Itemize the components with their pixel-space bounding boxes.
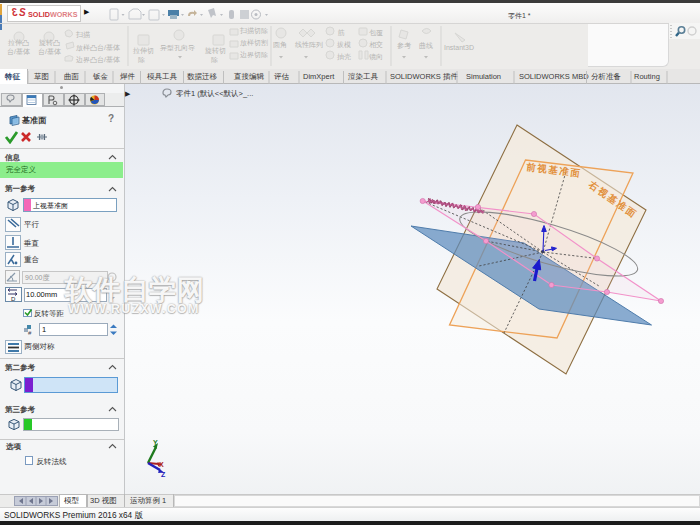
svg-text:D: D [11, 295, 16, 301]
svg-text:扫描切除: 扫描切除 [239, 27, 268, 35]
svg-text:线性阵列: 线性阵列 [295, 41, 323, 49]
svg-text:边界凸台/基体: 边界凸台/基体 [76, 56, 120, 64]
svg-text:参考: 参考 [397, 42, 411, 50]
svg-text:Instant3D: Instant3D [444, 44, 474, 51]
svg-text:筋: 筋 [337, 29, 345, 37]
svg-text:拉伸凸: 拉伸凸 [8, 39, 29, 46]
svg-text:Y: Y [153, 439, 158, 446]
svg-text:旋转凸: 旋转凸 [39, 39, 60, 47]
svg-text:放样凸台/基体: 放样凸台/基体 [76, 44, 120, 52]
svg-text:除: 除 [138, 56, 145, 64]
svg-text:圆角: 圆角 [273, 41, 287, 49]
svg-text:曲线: 曲线 [419, 42, 433, 50]
svg-text:台/基体: 台/基体 [38, 48, 61, 56]
svg-text:#: # [28, 330, 32, 336]
svg-text:放样切割: 放样切割 [240, 39, 268, 47]
svg-text:台/基体: 台/基体 [7, 48, 30, 56]
svg-text:Z: Z [161, 471, 166, 478]
svg-text:除: 除 [211, 56, 218, 64]
svg-text:边界切除: 边界切除 [240, 51, 268, 59]
svg-text:旋转切: 旋转切 [205, 47, 226, 55]
svg-text:拉伸切: 拉伸切 [133, 47, 154, 55]
svg-text:异型孔向导: 异型孔向导 [160, 44, 195, 52]
svg-text:X: X [159, 461, 164, 468]
svg-text:包覆: 包覆 [369, 29, 383, 37]
svg-text:相交: 相交 [369, 41, 383, 49]
svg-text:拔模: 拔模 [337, 41, 351, 49]
svg-text:扫描: 扫描 [75, 31, 90, 39]
svg-text:抽壳: 抽壳 [337, 53, 351, 61]
svg-text:镜向: 镜向 [368, 53, 383, 61]
